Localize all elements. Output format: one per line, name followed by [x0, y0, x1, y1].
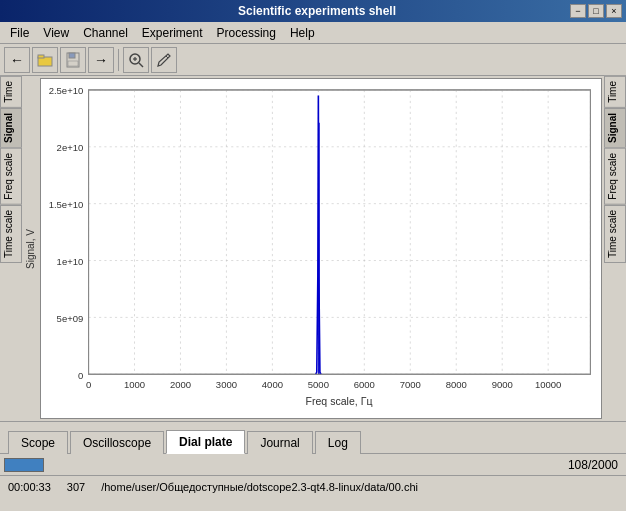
- svg-text:2000: 2000: [170, 379, 191, 390]
- svg-rect-4: [68, 61, 78, 66]
- menu-help[interactable]: Help: [284, 24, 321, 42]
- svg-text:5e+09: 5e+09: [57, 313, 84, 324]
- pen-button[interactable]: [151, 47, 177, 73]
- forward-button[interactable]: →: [88, 47, 114, 73]
- svg-text:3000: 3000: [216, 379, 237, 390]
- status-time: 00:00:33: [8, 481, 51, 493]
- right-panel: Time Signal Freq scale Time scale: [604, 76, 626, 421]
- chart-svg: 0 5e+09 1e+10 1.5e+10 2e+10 2.5e+10 0 10…: [41, 79, 601, 418]
- progress-bar: [4, 458, 44, 472]
- svg-text:2.5e+10: 2.5e+10: [49, 85, 84, 96]
- svg-text:Freq scale, Гц: Freq scale, Гц: [305, 395, 372, 407]
- tab-log[interactable]: Log: [315, 431, 361, 454]
- svg-rect-10: [89, 90, 591, 374]
- tab-dial-plate[interactable]: Dial plate: [166, 430, 245, 454]
- menu-file[interactable]: File: [4, 24, 35, 42]
- chart-wrapper: Signal, V: [22, 76, 604, 421]
- left-tab-time-scale[interactable]: Time scale: [0, 205, 22, 263]
- svg-text:2e+10: 2e+10: [57, 142, 84, 153]
- right-tab-freq-scale[interactable]: Freq scale: [604, 148, 626, 205]
- svg-text:1.5e+10: 1.5e+10: [49, 199, 84, 210]
- menu-experiment[interactable]: Experiment: [136, 24, 209, 42]
- svg-text:10000: 10000: [535, 379, 561, 390]
- svg-rect-3: [69, 53, 75, 58]
- tab-scope[interactable]: Scope: [8, 431, 68, 454]
- svg-text:5000: 5000: [308, 379, 329, 390]
- svg-text:9000: 9000: [492, 379, 513, 390]
- window-controls: − □ ×: [570, 4, 622, 18]
- tab-oscilloscope[interactable]: Oscilloscope: [70, 431, 164, 454]
- svg-text:0: 0: [78, 369, 83, 380]
- svg-text:6000: 6000: [354, 379, 375, 390]
- svg-text:1e+10: 1e+10: [57, 256, 84, 267]
- close-button[interactable]: ×: [606, 4, 622, 18]
- zoom-button[interactable]: [123, 47, 149, 73]
- title-bar: Scientific experiments shell − □ ×: [0, 0, 626, 22]
- menu-channel[interactable]: Channel: [77, 24, 134, 42]
- right-tab-time-scale[interactable]: Time scale: [604, 205, 626, 263]
- right-tab-time[interactable]: Time: [604, 76, 626, 108]
- chart-container: 0 5e+09 1e+10 1.5e+10 2e+10 2.5e+10 0 10…: [40, 78, 602, 419]
- left-tab-time[interactable]: Time: [0, 76, 22, 108]
- svg-text:7000: 7000: [400, 379, 421, 390]
- folder-button[interactable]: [32, 47, 58, 73]
- save-button[interactable]: [60, 47, 86, 73]
- window-title: Scientific experiments shell: [64, 4, 570, 18]
- status-value: 307: [67, 481, 85, 493]
- svg-text:1000: 1000: [124, 379, 145, 390]
- info-bar: 00:00:33 307 /home/user/Общедоступные/do…: [0, 475, 626, 497]
- menu-view[interactable]: View: [37, 24, 75, 42]
- svg-text:8000: 8000: [446, 379, 467, 390]
- left-tab-signal[interactable]: Signal: [0, 108, 22, 148]
- status-filepath: /home/user/Общедоступные/dotscope2.3-qt4…: [101, 481, 418, 493]
- tab-bar: Scope Oscilloscope Dial plate Journal Lo…: [0, 421, 626, 453]
- menu-processing[interactable]: Processing: [211, 24, 282, 42]
- left-tab-freq-scale[interactable]: Freq scale: [0, 148, 22, 205]
- svg-rect-1: [38, 55, 44, 58]
- maximize-button[interactable]: □: [588, 4, 604, 18]
- status-bar: 108/2000: [0, 453, 626, 475]
- tab-journal[interactable]: Journal: [247, 431, 312, 454]
- svg-text:0: 0: [86, 379, 91, 390]
- status-counter: 108/2000: [568, 458, 622, 472]
- svg-line-6: [139, 63, 143, 67]
- left-panel: Time Signal Freq scale Time scale: [0, 76, 22, 421]
- y-axis-label: Signal, V: [22, 76, 38, 421]
- menu-bar: File View Channel Experiment Processing …: [0, 22, 626, 44]
- toolbar: ← →: [0, 44, 626, 76]
- svg-text:4000: 4000: [262, 379, 283, 390]
- minimize-button[interactable]: −: [570, 4, 586, 18]
- back-button[interactable]: ←: [4, 47, 30, 73]
- svg-line-9: [166, 56, 168, 58]
- right-tab-signal[interactable]: Signal: [604, 108, 626, 148]
- separator: [118, 49, 119, 71]
- main-area: Time Signal Freq scale Time scale Signal…: [0, 76, 626, 421]
